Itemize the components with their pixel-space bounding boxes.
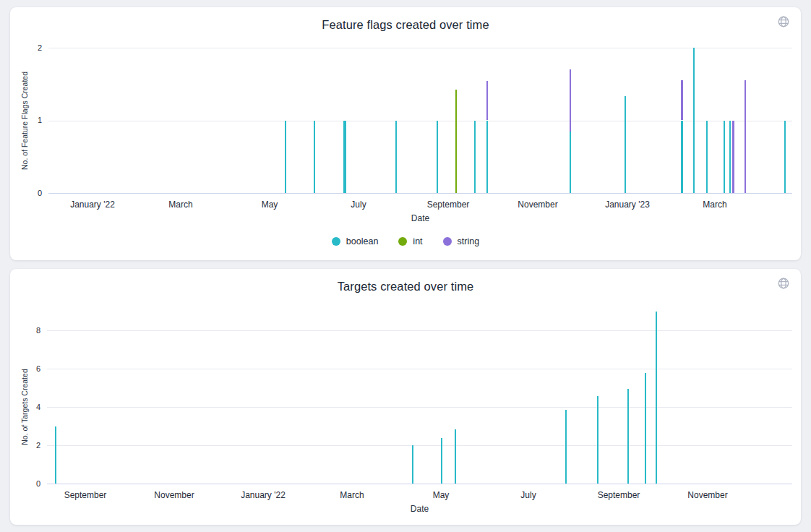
bar-boolean[interactable] — [597, 396, 599, 484]
x-axis-tick-label: November — [154, 490, 194, 500]
y-axis-title: No. of Feature Flags Created — [20, 72, 29, 170]
bar-boolean[interactable] — [693, 48, 695, 193]
bar-boolean[interactable] — [474, 121, 476, 194]
x-axis-tick-label: January '23 — [605, 200, 650, 210]
bar-boolean[interactable] — [681, 121, 683, 194]
x-axis-tick-label: March — [703, 200, 726, 210]
chart-title: Targets created over time — [10, 280, 801, 293]
gridline — [47, 407, 792, 408]
bar-boolean[interactable] — [729, 121, 731, 194]
x-axis-line — [47, 484, 792, 484]
x-axis-tick-label: November — [518, 200, 557, 210]
bar-boolean[interactable] — [285, 121, 286, 194]
bar-boolean[interactable] — [625, 96, 626, 193]
string-series-dot-icon — [443, 237, 452, 246]
x-axis-tick-label: September — [427, 200, 470, 210]
y-axis-tick-label: 2 — [17, 43, 42, 52]
x-axis-tick-label: September — [598, 490, 640, 500]
y-axis-title: No. of Targets Created — [20, 369, 29, 445]
targets-chart-card: Targets created over time 02468September… — [10, 269, 801, 525]
bar-boolean[interactable] — [55, 426, 57, 484]
globe-icon[interactable] — [777, 277, 790, 290]
x-axis-title: Date — [411, 213, 429, 223]
bar-string[interactable] — [745, 80, 747, 193]
bar-boolean[interactable] — [314, 121, 315, 194]
dashboard-page: Feature flags created over time 012Janua… — [0, 0, 811, 532]
int-series-dot-icon — [398, 237, 407, 246]
gridline — [47, 445, 792, 446]
x-axis-tick-label: January '22 — [241, 490, 286, 500]
bar-boolean[interactable] — [437, 121, 438, 194]
bar-boolean[interactable] — [706, 121, 708, 194]
bar-boolean[interactable] — [645, 373, 647, 484]
bar-boolean[interactable] — [656, 312, 658, 484]
gridline — [48, 48, 792, 48]
x-axis-tick-label: September — [64, 490, 107, 500]
bar-boolean[interactable] — [441, 438, 443, 484]
legend-item-boolean[interactable]: boolean — [332, 236, 379, 246]
x-axis-title: Date — [411, 504, 429, 514]
bar-boolean[interactable] — [784, 121, 786, 194]
y-axis-tick-label: 0 — [16, 479, 40, 488]
legend-label: int — [413, 236, 422, 246]
feature-flags-chart-card: Feature flags created over time 012Janua… — [10, 7, 801, 260]
y-axis-tick-label: 0 — [17, 189, 42, 197]
bar-boolean[interactable] — [627, 389, 630, 484]
legend: booleanintstring — [10, 236, 801, 246]
x-axis-tick-label: May — [262, 200, 278, 210]
bar-string[interactable] — [486, 81, 489, 120]
bar-boolean[interactable] — [343, 121, 346, 194]
legend-label: boolean — [346, 236, 379, 246]
chart-title: Feature flags created over time — [10, 18, 801, 32]
bar-boolean[interactable] — [570, 132, 572, 193]
bar-boolean[interactable] — [565, 410, 567, 484]
bar-boolean[interactable] — [412, 445, 414, 484]
x-axis-tick-label: March — [168, 200, 192, 210]
legend-label: string — [458, 236, 480, 246]
bar-boolean[interactable] — [395, 121, 397, 194]
x-axis-line — [48, 193, 792, 194]
boolean-series-dot-icon — [332, 237, 340, 246]
bar-string[interactable] — [681, 80, 683, 120]
x-axis-tick-label: July — [351, 200, 366, 210]
gridline — [47, 369, 792, 369]
x-axis-tick-label: January '22 — [70, 200, 115, 210]
globe-icon[interactable] — [777, 15, 790, 28]
bar-boolean[interactable] — [486, 121, 489, 194]
legend-item-string[interactable]: string — [443, 236, 480, 246]
bar-boolean[interactable] — [724, 121, 725, 194]
x-axis-tick-label: November — [687, 490, 727, 500]
bar-string[interactable] — [570, 69, 572, 131]
y-axis-tick-label: 8 — [16, 326, 40, 335]
bar-string[interactable] — [732, 121, 734, 194]
bar-int[interactable] — [455, 90, 457, 193]
bar-boolean[interactable] — [455, 429, 457, 484]
x-axis-tick-label: March — [340, 490, 364, 500]
x-axis-tick-label: July — [520, 490, 536, 500]
legend-item-int[interactable]: int — [398, 236, 422, 246]
x-axis-tick-label: May — [433, 490, 450, 500]
gridline — [47, 330, 792, 331]
